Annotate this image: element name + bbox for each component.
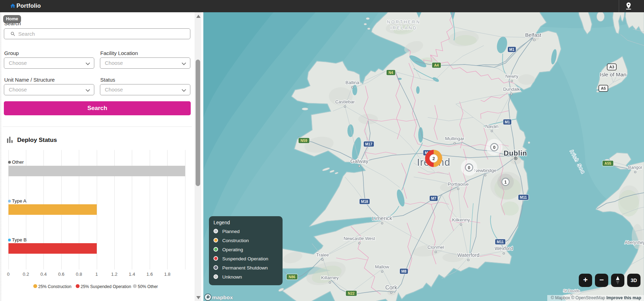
svg-text:M7: M7 xyxy=(431,196,436,200)
svg-text:Cork: Cork xyxy=(385,285,398,290)
svg-text:Mullingar: Mullingar xyxy=(445,136,465,141)
svg-text:0: 0 xyxy=(493,145,496,150)
svg-text:Aberystwyth: Aberystwyth xyxy=(625,240,644,245)
svg-text:Castlebar: Castlebar xyxy=(335,99,355,104)
svg-text:Kilkenny: Kilkenny xyxy=(452,217,470,223)
svg-text:Newbridge: Newbridge xyxy=(474,168,497,173)
svg-text:Portlaoise: Portlaoise xyxy=(448,182,469,187)
svg-text:A3: A3 xyxy=(609,65,614,69)
svg-text:2: 2 xyxy=(432,156,435,161)
svg-text:N22: N22 xyxy=(348,291,354,295)
svg-text:Bangor: Bangor xyxy=(628,165,642,170)
svg-text:N4: N4 xyxy=(388,70,393,75)
svg-text:Ballina: Ballina xyxy=(345,80,359,85)
svg-text:NORTHERN: NORTHERN xyxy=(387,20,421,25)
svg-text:A55: A55 xyxy=(604,161,611,165)
svg-text:Dundalk: Dundalk xyxy=(503,87,520,92)
svg-text:Dublin: Dublin xyxy=(504,149,527,157)
svg-text:Galway: Galway xyxy=(350,158,368,164)
svg-text:1: 1 xyxy=(504,180,507,185)
svg-text:Newry: Newry xyxy=(506,74,518,79)
svg-text:N59: N59 xyxy=(300,138,307,143)
svg-text:Killarney: Killarney xyxy=(321,275,339,280)
svg-text:0: 0 xyxy=(468,165,470,170)
svg-text:Clonmel: Clonmel xyxy=(427,245,444,250)
svg-text:M1: M1 xyxy=(505,120,510,124)
svg-text:M8: M8 xyxy=(401,269,407,273)
svg-text:M11: M11 xyxy=(497,240,504,244)
svg-text:Newcastle West: Newcastle West xyxy=(344,236,375,241)
svg-text:M17: M17 xyxy=(365,142,373,146)
svg-text:M18: M18 xyxy=(361,199,368,204)
svg-text:Tralee: Tralee xyxy=(316,252,329,258)
svg-text:Waterford: Waterford xyxy=(457,252,479,258)
svg-text:mapbox: mapbox xyxy=(212,294,233,300)
svg-text:Limerick: Limerick xyxy=(372,215,392,221)
svg-text:Wexford: Wexford xyxy=(495,246,513,251)
svg-text:St Davids: St Davids xyxy=(563,289,580,293)
svg-text:A4: A4 xyxy=(434,63,439,67)
svg-text:Mallow: Mallow xyxy=(375,264,389,269)
svg-text:Isle of Man: Isle of Man xyxy=(600,71,626,77)
svg-text:M11: M11 xyxy=(520,195,527,199)
svg-text:IRELAND: IRELAND xyxy=(391,26,418,30)
svg-text:M1: M1 xyxy=(509,47,515,52)
svg-text:Belfast: Belfast xyxy=(525,32,542,38)
svg-text:N86: N86 xyxy=(289,275,295,279)
svg-text:Navan: Navan xyxy=(485,124,499,129)
svg-text:A5: A5 xyxy=(601,86,606,90)
